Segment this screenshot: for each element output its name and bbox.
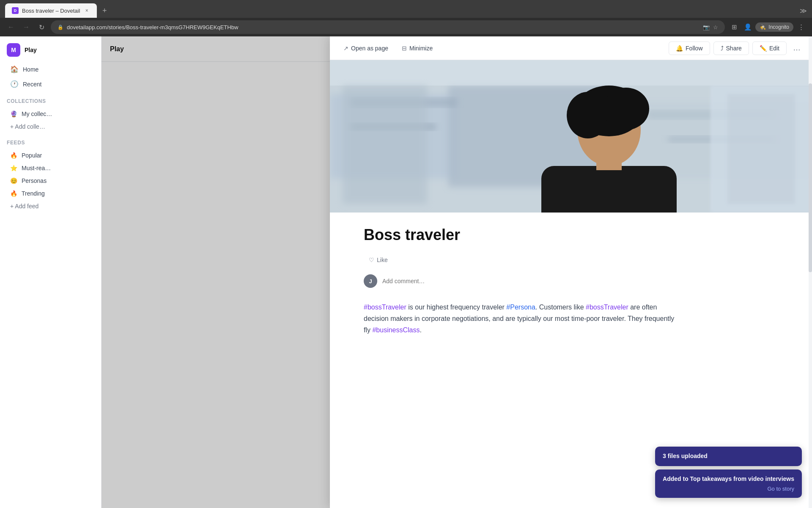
app-container: M Play 🏠 Home 🕐 Recent Collections 🔮 My … xyxy=(0,36,812,508)
my-collections-label: My collec… xyxy=(22,110,52,117)
sidebar-item-personas[interactable]: 😊 Personas xyxy=(3,174,98,187)
svg-rect-18 xyxy=(343,86,427,204)
follow-button[interactable]: 🔔 Follow xyxy=(669,41,710,55)
scrollbar-thumb[interactable] xyxy=(809,83,812,272)
heart-icon: ♡ xyxy=(369,257,374,263)
story-title: Boss traveler xyxy=(364,226,677,244)
story-body: Boss traveler ♡ Like J xyxy=(330,213,710,350)
story-toolbar: ↗ Open as page ⊟ Minimize 🔔 Follow ⤴ Sha… xyxy=(330,36,812,60)
svg-rect-17 xyxy=(727,94,795,204)
home-icon: 🏠 xyxy=(10,65,19,73)
sidebar-collections-section: Collections 🔮 My collec… + Add colle… xyxy=(0,95,101,133)
feeds-header: Feeds xyxy=(0,136,101,149)
incognito-label: Incognito xyxy=(768,24,789,30)
active-tab[interactable]: D Boss traveler – Dovetail × xyxy=(5,3,97,18)
persona-icon: 😊 xyxy=(10,177,17,184)
svg-point-14 xyxy=(567,92,609,138)
sidebar-home-label: Home xyxy=(23,66,38,73)
tab-more-button[interactable]: ≫ xyxy=(800,7,807,15)
minimize-button[interactable]: ⊟ Minimize xyxy=(397,42,438,55)
camera-off-icon: 📷 xyxy=(703,24,710,30)
browser-chrome: D Boss traveler – Dovetail × + ≫ ← → ↻ 🔒… xyxy=(0,0,812,36)
hashtag-businessclass: #businessClass xyxy=(372,326,420,334)
popular-label: Popular xyxy=(22,152,42,159)
svg-rect-8 xyxy=(330,60,812,86)
browser-more-button[interactable]: ⋮ xyxy=(795,21,807,33)
toast-files-uploaded: 3 files uploaded xyxy=(655,447,802,466)
share-icon: ⤴ xyxy=(721,45,724,52)
star-icon[interactable]: ☆ xyxy=(713,24,718,30)
reload-button[interactable]: ↻ xyxy=(36,21,47,33)
story-panel: ↗ Open as page ⊟ Minimize 🔔 Follow ⤴ Sha… xyxy=(330,36,812,508)
trending-icon: 🔥 xyxy=(10,190,17,197)
hashtag-persona: #Persona xyxy=(506,304,535,311)
address-bar[interactable]: 🔒 dovetailapp.com/stories/Boss-traveler-… xyxy=(51,20,725,34)
sidebar-item-recent[interactable]: 🕐 Recent xyxy=(3,77,98,91)
scrollbar-track xyxy=(809,36,812,508)
toast-added-to-story: Added to Top takeaways from video interv… xyxy=(655,469,802,498)
personas-label: Personas xyxy=(22,177,47,184)
browser-actions: ⊞ 👤 🕵️ Incognito ⋮ xyxy=(728,21,807,33)
comment-input[interactable] xyxy=(382,278,677,284)
tab-bar: D Boss traveler – Dovetail × + ≫ xyxy=(0,0,812,18)
sidebar-item-popular[interactable]: 🔥 Popular xyxy=(3,149,98,162)
trending-label: Trending xyxy=(22,190,45,197)
story-body-text-8: . xyxy=(420,326,422,334)
bell-follow-icon: 🔔 xyxy=(676,45,683,52)
tab-close-button[interactable]: × xyxy=(83,7,90,14)
incognito-icon: 🕵️ xyxy=(760,24,766,30)
sidebar: M Play 🏠 Home 🕐 Recent Collections 🔮 My … xyxy=(0,36,102,508)
lock-icon: 🔒 xyxy=(58,25,63,30)
hero-svg xyxy=(330,60,812,213)
more-options-button[interactable]: … xyxy=(790,41,804,55)
toast-story-title: Added to Top takeaways from video interv… xyxy=(663,475,794,482)
sidebar-nav-section: 🏠 Home 🕐 Recent xyxy=(0,62,101,91)
sidebar-header: M Play xyxy=(0,43,101,62)
forward-button[interactable]: → xyxy=(20,21,32,33)
story-content[interactable]: Boss traveler ♡ Like J xyxy=(330,60,812,508)
main-content: Play J 🔔 J ↗ Open as pag xyxy=(102,36,812,508)
incognito-badge: 🕵️ Incognito xyxy=(755,22,793,32)
extensions-button[interactable]: ⊞ xyxy=(728,21,740,33)
sidebar-feeds-section: Feeds 🔥 Popular ⭐ Must-rea… 😊 Personas 🔥… xyxy=(0,136,101,213)
address-bar-row: ← → ↻ 🔒 dovetailapp.com/stories/Boss-tra… xyxy=(0,18,812,36)
sidebar-item-mustread[interactable]: ⭐ Must-rea… xyxy=(3,162,98,174)
profile-icon[interactable]: 👤 xyxy=(742,21,754,33)
add-feed-button[interactable]: + Add feed xyxy=(3,200,98,213)
back-button[interactable]: ← xyxy=(5,21,17,33)
open-as-page-icon: ↗ xyxy=(343,45,348,52)
toast-files-title: 3 files uploaded xyxy=(663,453,794,459)
sidebar-recent-label: Recent xyxy=(23,81,41,88)
tab-favicon: D xyxy=(12,7,19,14)
new-tab-button[interactable]: + xyxy=(99,5,110,17)
commenter-avatar: J xyxy=(364,274,377,288)
mustread-label: Must-rea… xyxy=(22,165,51,171)
address-icons: 📷 ☆ xyxy=(703,24,718,30)
workspace-name: Play xyxy=(25,47,37,53)
url-text: dovetailapp.com/stories/Boss-traveler-m3… xyxy=(67,24,700,30)
sidebar-item-my-collections[interactable]: 🔮 My collec… xyxy=(3,108,98,120)
story-text: #bossTraveler is our highest frequency t… xyxy=(364,301,677,336)
hashtag-bostraveler-1: #bossTraveler xyxy=(364,304,406,311)
sidebar-item-home[interactable]: 🏠 Home xyxy=(3,62,98,77)
open-as-page-button[interactable]: ↗ Open as page xyxy=(338,42,393,55)
go-to-story-button[interactable]: Go to story xyxy=(767,486,794,492)
edit-icon: ✏️ xyxy=(760,45,767,52)
collection-icon: 🔮 xyxy=(10,110,17,117)
edit-button[interactable]: ✏️ Edit xyxy=(752,41,787,55)
comment-row: J xyxy=(364,274,677,288)
add-collection-button[interactable]: + Add colle… xyxy=(3,120,98,133)
share-button[interactable]: ⤴ Share xyxy=(713,41,749,55)
toast-footer: Go to story xyxy=(663,486,794,492)
sidebar-item-trending[interactable]: 🔥 Trending xyxy=(3,187,98,200)
star-feed-icon: ⭐ xyxy=(10,165,17,171)
collections-header: Collections xyxy=(0,95,101,108)
recent-icon: 🕐 xyxy=(10,80,19,88)
fire-icon: 🔥 xyxy=(10,152,17,159)
svg-rect-10 xyxy=(541,166,677,213)
svg-point-15 xyxy=(603,88,649,130)
like-button[interactable]: ♡ Like xyxy=(364,254,393,266)
workspace-avatar: M xyxy=(7,43,20,57)
story-body-text-2: is our highest frequency traveler xyxy=(406,304,507,311)
story-hero-image xyxy=(330,60,812,213)
